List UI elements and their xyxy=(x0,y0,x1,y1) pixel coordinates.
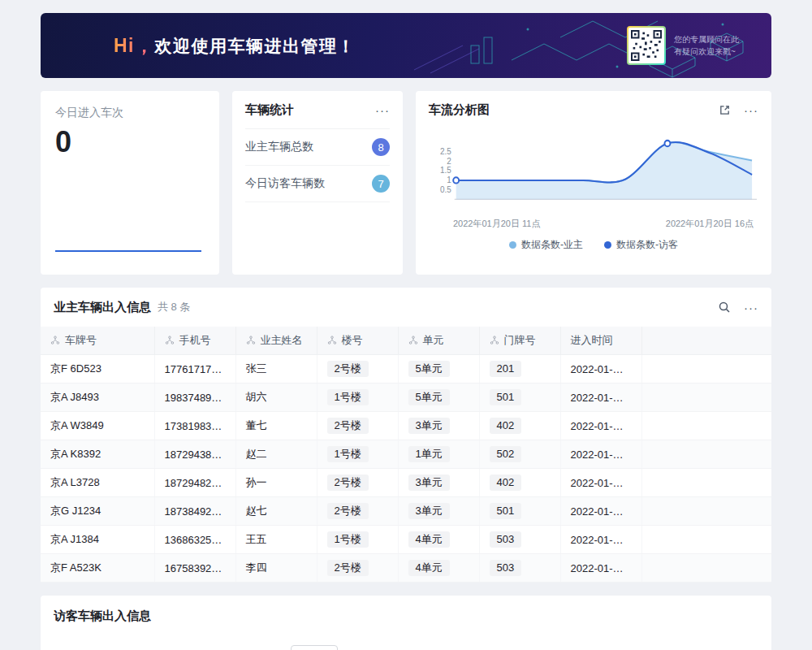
table-cell: 503 xyxy=(479,526,560,554)
table-cell: 5单元 xyxy=(398,355,479,384)
today-entries-value: 0 xyxy=(55,125,205,159)
table-cell: 胡六 xyxy=(235,384,317,412)
table-cell: 2号楼 xyxy=(317,554,398,583)
stat-value-badge: 8 xyxy=(372,138,390,156)
table-cell: 京G J1234 xyxy=(41,497,154,526)
qr-caption: 您的专属顾问在此 有疑问欢迎来戳~ xyxy=(674,33,739,58)
legend-dot-icon xyxy=(509,241,516,249)
table-cell: 1号楼 xyxy=(317,440,398,469)
tag-pill: 1单元 xyxy=(408,446,450,462)
table-header-row: 车牌号手机号业主姓名楼号单元门牌号进入时间 xyxy=(41,327,771,355)
column-header[interactable]: 门牌号 xyxy=(479,327,560,355)
legend-dot-icon xyxy=(604,241,611,249)
vehicle-stats-card: 车辆统计 ··· 业主车辆总数8今日访客车辆数7 xyxy=(232,91,403,275)
tag-pill: 4单元 xyxy=(408,531,450,548)
field-type-icon xyxy=(165,336,175,345)
table-cell: 501 xyxy=(479,497,560,526)
table-cell: 3单元 xyxy=(398,412,479,440)
chart-legend: 数据条数-业主数据条数-访客 xyxy=(429,238,758,252)
search-icon[interactable] xyxy=(718,301,731,314)
traffic-chart-header: 车流分析图 ··· xyxy=(429,91,758,128)
table-cell: 2号楼 xyxy=(317,497,398,526)
mini-trend-line xyxy=(55,250,201,252)
table-row[interactable]: 京F 6D52317761717…张三2号楼5单元2012022-01-… xyxy=(41,355,771,384)
traffic-chart-title: 车流分析图 xyxy=(429,102,490,118)
table-cell: 赵七 xyxy=(235,497,317,526)
table-cell xyxy=(641,412,771,440)
table-cell: 18738492… xyxy=(154,497,235,526)
field-type-icon xyxy=(246,336,256,345)
table-cell: 董七 xyxy=(235,412,317,440)
tag-pill: 1号楼 xyxy=(327,446,369,462)
table-cell: 402 xyxy=(479,412,560,440)
table-row[interactable]: 京F A523K16758392…李四2号楼4单元5032022-01-… xyxy=(41,554,771,583)
table-row[interactable]: 京G J123418738492…赵七2号楼3单元5012022-01-… xyxy=(41,497,771,526)
vehicle-stats-list: 业主车辆总数8今日访客车辆数7 xyxy=(245,129,390,202)
table-row[interactable]: 京A L372818729482…孙一2号楼3单元4022022-01-… xyxy=(41,469,771,497)
table-cell xyxy=(641,384,771,412)
page: Hi，欢迎使用车辆进出管理！ xyxy=(0,0,812,650)
table-cell: 2号楼 xyxy=(317,469,398,497)
svg-text:1.5: 1.5 xyxy=(440,166,451,175)
banner-title-hi: Hi， xyxy=(114,35,155,56)
table-cell: 2号楼 xyxy=(317,355,398,384)
table-row[interactable]: 京A W384917381983…董七2号楼3单元4022022-01-… xyxy=(41,412,771,440)
legend-item[interactable]: 数据条数-业主 xyxy=(509,238,583,252)
column-label: 进入时间 xyxy=(571,334,613,346)
today-entries-card: 今日进入车次 0 xyxy=(41,91,219,275)
table-cell: 503 xyxy=(479,554,560,583)
table-cell: 2022-01-… xyxy=(560,440,641,469)
table-cell: 2022-01-… xyxy=(560,384,641,412)
legend-label: 数据条数-访客 xyxy=(616,238,678,252)
table-cell: 2022-01-… xyxy=(560,526,641,554)
more-icon[interactable]: ··· xyxy=(744,104,758,116)
column-header[interactable]: 进入时间 xyxy=(560,327,641,355)
tag-pill: 2号楼 xyxy=(327,503,369,519)
field-type-icon xyxy=(408,336,418,345)
column-header[interactable]: 单元 xyxy=(398,327,479,355)
tag-pill: 402 xyxy=(490,474,522,491)
table-row[interactable]: 京A J849319837489…胡六1号楼5单元5012022-01-… xyxy=(41,384,771,412)
owner-table-card: 业主车辆出入信息 共 8 条 ··· 车牌号手机号业主姓名楼号单元门牌号进入时间… xyxy=(41,288,771,583)
column-header[interactable]: 手机号 xyxy=(154,327,235,355)
legend-item[interactable]: 数据条数-访客 xyxy=(604,238,678,252)
table-cell: 19837489… xyxy=(154,384,235,412)
table-cell: 501 xyxy=(479,384,560,412)
tag-pill: 501 xyxy=(490,503,522,519)
tag-pill: 503 xyxy=(490,560,522,576)
tag-pill: 502 xyxy=(490,446,522,462)
table-cell: 京F A523K xyxy=(41,554,154,583)
more-icon[interactable]: ··· xyxy=(375,104,390,116)
chart-x-axis: 2022年01月20日 11点 2022年01月20日 16点 xyxy=(429,216,758,230)
field-type-icon xyxy=(490,336,499,345)
stat-row: 今日访客车辆数7 xyxy=(245,166,390,202)
svg-text:2.5: 2.5 xyxy=(440,147,451,156)
column-header[interactable]: 车牌号 xyxy=(41,327,154,355)
tag-pill: 3单元 xyxy=(408,418,450,434)
column-header[interactable]: 楼号 xyxy=(317,327,398,355)
table-cell: 京A J1384 xyxy=(41,526,154,554)
qr-code[interactable] xyxy=(627,26,666,65)
welcome-banner: Hi，欢迎使用车辆进出管理！ xyxy=(41,13,771,78)
table-cell: 京A L3728 xyxy=(41,469,154,497)
traffic-chart-card: 车流分析图 ··· 0.511.522.5 2022年01月20日 11点 20… xyxy=(416,91,771,275)
table-cell: 京F 6D523 xyxy=(41,355,154,384)
qr-caption-line2: 有疑问欢迎来戳~ xyxy=(674,46,739,58)
more-icon[interactable]: ··· xyxy=(744,301,758,314)
column-label: 门牌号 xyxy=(504,334,536,346)
field-type-icon xyxy=(327,336,337,345)
tag-pill: 2号楼 xyxy=(327,560,369,576)
table-cell: 13686325… xyxy=(154,526,235,554)
visitor-card-button[interactable]: 载屏 xyxy=(291,645,338,650)
top-cards-row: 今日进入车次 0 车辆统计 ··· 业主车辆总数8今日访客车辆数7 车流分析图 xyxy=(41,91,771,275)
column-header[interactable]: 业主姓名 xyxy=(235,327,317,355)
legend-label: 数据条数-业主 xyxy=(521,238,583,252)
table-row[interactable]: 京A J138413686325…王五1号楼4单元5032022-01-… xyxy=(41,526,771,554)
tag-pill: 5单元 xyxy=(408,389,450,405)
vehicle-stats-header: 车辆统计 ··· xyxy=(245,91,390,129)
tag-pill: 2号楼 xyxy=(327,361,369,377)
table-cell: 2022-01-… xyxy=(560,412,641,440)
expand-icon[interactable] xyxy=(719,104,731,116)
table-row[interactable]: 京A K839218729438…赵二1号楼1单元5022022-01-… xyxy=(41,440,771,469)
owner-table: 车牌号手机号业主姓名楼号单元门牌号进入时间 京F 6D52317761717…张… xyxy=(41,327,771,583)
